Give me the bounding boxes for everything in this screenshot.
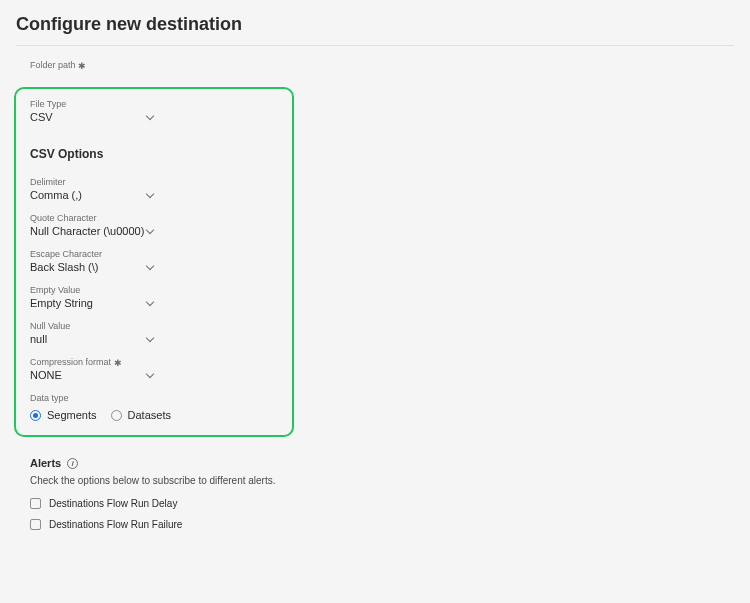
quote-char-select[interactable]: Null Character (\u0000): [30, 225, 155, 237]
escape-char-select[interactable]: Back Slash (\): [30, 261, 155, 273]
alerts-title: Alerts: [30, 457, 61, 469]
folder-path-label: Folder path ✱: [0, 46, 750, 77]
alerts-section: Alerts i Check the options below to subs…: [0, 437, 750, 530]
delimiter-field: Delimiter Comma (,): [30, 177, 278, 201]
chevron-down-icon: [146, 261, 154, 269]
file-type-value: CSV: [30, 111, 53, 123]
alerts-subtitle: Check the options below to subscribe to …: [30, 475, 750, 486]
escape-char-field: Escape Character Back Slash (\): [30, 249, 278, 273]
chevron-down-icon: [146, 297, 154, 305]
escape-char-value: Back Slash (\): [30, 261, 98, 273]
data-type-segments[interactable]: Segments: [30, 409, 97, 421]
data-type-label: Data type: [30, 393, 278, 403]
info-icon[interactable]: i: [67, 458, 78, 469]
chevron-down-icon: [146, 111, 154, 119]
compression-label: Compression format ✱: [30, 357, 278, 368]
chevron-down-icon: [146, 225, 154, 233]
empty-value-field: Empty Value Empty String: [30, 285, 278, 309]
alert-flow-run-delay[interactable]: Destinations Flow Run Delay: [30, 498, 750, 509]
data-type-radio-group: Segments Datasets: [30, 409, 278, 421]
compression-select[interactable]: NONE: [30, 369, 155, 381]
empty-value-value: Empty String: [30, 297, 93, 309]
radio-label: Segments: [47, 409, 97, 421]
quote-char-value: Null Character (\u0000): [30, 225, 144, 237]
data-type-field: Data type Segments Datasets: [30, 393, 278, 421]
null-value-select[interactable]: null: [30, 333, 155, 345]
radio-icon: [111, 410, 122, 421]
empty-value-select[interactable]: Empty String: [30, 297, 155, 309]
csv-config-highlight: File Type CSV CSV Options Delimiter Comm…: [14, 87, 294, 438]
file-type-select[interactable]: CSV: [30, 111, 155, 123]
quote-char-label: Quote Character: [30, 213, 278, 223]
delimiter-select[interactable]: Comma (,): [30, 189, 155, 201]
chevron-down-icon: [146, 370, 154, 378]
quote-char-field: Quote Character Null Character (\u0000): [30, 213, 278, 237]
alerts-header: Alerts i: [30, 457, 750, 469]
checkbox-icon: [30, 519, 41, 530]
data-type-datasets[interactable]: Datasets: [111, 409, 171, 421]
null-value-field: Null Value null: [30, 321, 278, 345]
radio-label: Datasets: [128, 409, 171, 421]
checkbox-label: Destinations Flow Run Failure: [49, 519, 182, 530]
csv-options-heading: CSV Options: [30, 147, 278, 161]
chevron-down-icon: [146, 189, 154, 197]
compression-field: Compression format ✱ NONE: [30, 357, 278, 382]
chevron-down-icon: [146, 333, 154, 341]
escape-char-label: Escape Character: [30, 249, 278, 259]
empty-value-label: Empty Value: [30, 285, 278, 295]
required-asterisk: ✱: [114, 357, 122, 367]
file-type-label: File Type: [30, 99, 278, 109]
alert-flow-run-failure[interactable]: Destinations Flow Run Failure: [30, 519, 750, 530]
null-value-label: Null Value: [30, 321, 278, 331]
delimiter-label: Delimiter: [30, 177, 278, 187]
null-value-value: null: [30, 333, 47, 345]
page-title: Configure new destination: [0, 0, 750, 45]
required-asterisk: ✱: [78, 61, 86, 71]
radio-icon: [30, 410, 41, 421]
compression-value: NONE: [30, 369, 62, 381]
checkbox-icon: [30, 498, 41, 509]
checkbox-label: Destinations Flow Run Delay: [49, 498, 177, 509]
file-type-field: File Type CSV: [30, 99, 278, 123]
delimiter-value: Comma (,): [30, 189, 82, 201]
